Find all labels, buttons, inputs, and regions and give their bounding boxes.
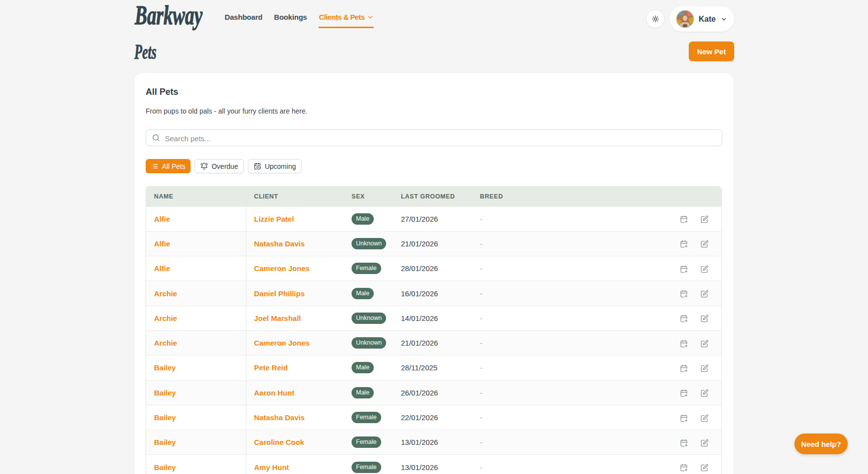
svg-text:Pets: Pets	[134, 40, 157, 63]
